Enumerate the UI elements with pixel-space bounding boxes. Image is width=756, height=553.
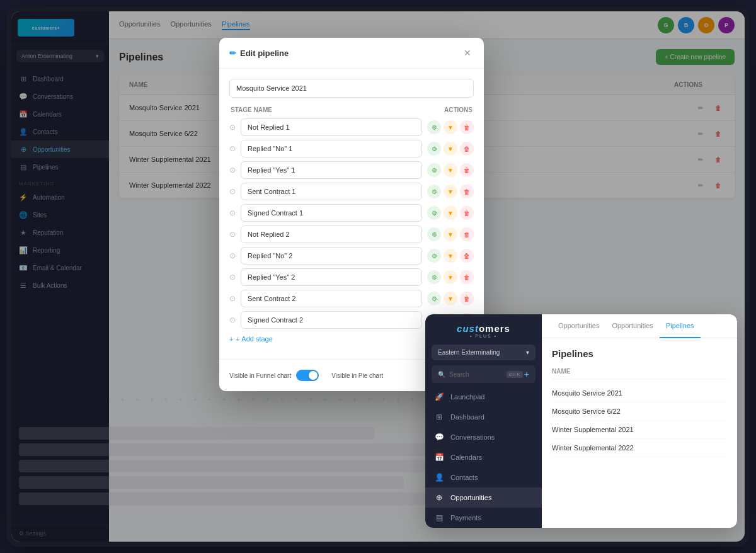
actions-col: Actions [444, 106, 472, 113]
stage-action-btn-3[interactable]: ⚙ [427, 163, 441, 177]
fg-dashboard-icon: ⊞ [434, 413, 444, 421]
stage-delete-btn-2[interactable]: 🗑 [460, 142, 474, 156]
stage-filter-btn-8[interactable]: ▼ [444, 270, 457, 284]
fg-table-row-3: Winter Supplemental 2021 [552, 421, 727, 439]
fg-panels: customers • PLUS • Eastern Exterminating… [425, 314, 737, 528]
drag-handle-3[interactable]: ⊙ [229, 166, 236, 174]
stage-delete-btn-3[interactable]: 🗑 [460, 163, 474, 177]
stage-delete-btn-6[interactable]: 🗑 [460, 227, 474, 241]
stage-action-btn-4[interactable]: ⚙ [427, 185, 441, 198]
stage-row-1: ⊙ ⚙ ▼ 🗑 [229, 118, 474, 136]
fg-account-selector[interactable]: Eastern Exterminating ▾ [432, 345, 536, 360]
stage-input-4[interactable] [241, 183, 422, 200]
stage-action-btn-7[interactable]: ⚙ [427, 249, 441, 263]
stage-input-8[interactable] [241, 268, 422, 286]
fg-tabs: Opportunities Opportunities Pipelines [542, 314, 737, 338]
stage-input-10[interactable] [241, 311, 422, 329]
stage-input-2[interactable] [241, 140, 422, 157]
stage-input-5[interactable] [241, 204, 422, 222]
drag-handle-2[interactable]: ⊙ [229, 144, 236, 153]
stage-input-6[interactable] [241, 225, 422, 243]
fg-label-conversations: Conversations [450, 433, 495, 441]
fg-sidebar-item-conversations[interactable]: 💬 Conversations [425, 427, 542, 447]
stage-action-btn-5[interactable]: ⚙ [427, 206, 441, 220]
stage-input-9[interactable] [241, 290, 422, 307]
stage-row-4: ⊙ ⚙ ▼ 🗑 [229, 183, 474, 200]
stage-input-7[interactable] [241, 247, 422, 265]
stage-actions-6: ⚙ ▼ 🗑 [427, 227, 474, 241]
stage-row-2: ⊙ ⚙ ▼ 🗑 [229, 140, 474, 157]
fg-sidebar-item-contacts[interactable]: 👤 Contacts [425, 467, 542, 487]
drag-handle-5[interactable]: ⊙ [229, 208, 236, 217]
stage-name-col: Stage name [231, 106, 272, 113]
fg-label-contacts: Contacts [450, 474, 478, 481]
stage-filter-btn-2[interactable]: ▼ [444, 142, 457, 156]
stage-input-1[interactable] [241, 118, 422, 136]
drag-handle-1[interactable]: ⊙ [229, 123, 236, 132]
stage-delete-btn-7[interactable]: 🗑 [460, 249, 474, 263]
stage-delete-btn-4[interactable]: 🗑 [460, 185, 474, 198]
stage-input-3[interactable] [241, 161, 422, 179]
fg-sidebar-panel: customers • PLUS • Eastern Exterminating… [425, 314, 542, 528]
stage-filter-btn-3[interactable]: ▼ [444, 163, 457, 177]
fg-label-dashboard: Dashboard [450, 413, 484, 421]
stage-filter-btn-1[interactable]: ▼ [444, 120, 457, 134]
fg-conversations-icon: 💬 [434, 433, 444, 442]
drag-handle-8[interactable]: ⊙ [229, 273, 236, 282]
stage-action-btn-8[interactable]: ⚙ [427, 270, 441, 284]
stage-delete-btn-1[interactable]: 🗑 [460, 120, 474, 134]
drag-handle-7[interactable]: ⊙ [229, 251, 236, 260]
modal-header: ✏ Edit pipeline ✕ [219, 38, 484, 69]
drag-handle-6[interactable]: ⊙ [229, 230, 236, 239]
fg-search-shortcut: ctrl K [507, 371, 523, 378]
stage-actions-7: ⚙ ▼ 🗑 [427, 249, 474, 263]
stage-filter-btn-6[interactable]: ▼ [444, 227, 457, 241]
fg-sidebar-item-calendars[interactable]: 📅 Calendars [425, 447, 542, 467]
outer-frame: customers+ Anton Exterminating ▾ ⊞ Dashb… [6, 6, 750, 547]
stage-filter-btn-9[interactable]: ▼ [444, 292, 457, 305]
stage-actions-9: ⚙ ▼ 🗑 [427, 292, 474, 305]
fg-tab-opportunities[interactable]: Opportunities [552, 314, 605, 338]
funnel-toggle-label: Visible in Funnel chart [229, 372, 291, 379]
stage-filter-btn-7[interactable]: ▼ [444, 249, 457, 263]
modal-close-button[interactable]: ✕ [461, 47, 474, 59]
stage-actions-8: ⚙ ▼ 🗑 [427, 270, 474, 284]
stage-action-btn-1[interactable]: ⚙ [427, 120, 441, 134]
drag-handle-10[interactable]: ⊙ [229, 316, 236, 324]
funnel-toggle-group: Visible in Funnel chart [229, 370, 319, 381]
fg-sidebar-item-opportunities[interactable]: ⊕ Opportunities [425, 487, 542, 508]
drag-handle-9[interactable]: ⊙ [229, 294, 236, 303]
stage-row-7: ⊙ ⚙ ▼ 🗑 [229, 247, 474, 265]
fg-content-panel: Opportunities Opportunities Pipelines Pi… [542, 314, 737, 528]
fg-tab-opportunities2[interactable]: Opportunities [605, 314, 659, 338]
fg-sidebar-item-payments[interactable]: ▤ Payments [425, 508, 542, 528]
stage-actions-2: ⚙ ▼ 🗑 [427, 142, 474, 156]
stage-filter-btn-5[interactable]: ▼ [444, 206, 457, 220]
fg-sidebar-item-dashboard[interactable]: ⊞ Dashboard [425, 407, 542, 427]
drag-handle-4[interactable]: ⊙ [229, 187, 236, 196]
stage-action-btn-2[interactable]: ⚙ [427, 142, 441, 156]
fg-opportunities-icon: ⊕ [434, 493, 444, 502]
stages-header: Stage name Actions [229, 106, 474, 113]
fg-table-row-1: Mosquito Service 2021 [552, 384, 727, 402]
stage-delete-btn-8[interactable]: 🗑 [460, 270, 474, 284]
fg-sidebar-item-launchpad[interactable]: 🚀 Launchpad [425, 387, 542, 407]
fg-add-icon[interactable]: + [524, 369, 529, 379]
stage-delete-btn-5[interactable]: 🗑 [460, 206, 474, 220]
pipeline-name-input[interactable] [229, 79, 474, 98]
fg-calendars-icon: 📅 [434, 453, 444, 462]
pie-toggle-group: Visible in Pie chart [331, 372, 383, 379]
modal-title: ✏ Edit pipeline [229, 48, 289, 58]
fg-payments-icon: ▤ [434, 513, 444, 522]
fg-search-bar[interactable]: 🔍 Search ctrl K + [432, 365, 536, 383]
stage-action-btn-9[interactable]: ⚙ [427, 292, 441, 305]
stage-filter-btn-4[interactable]: ▼ [444, 185, 457, 198]
fg-table-row-4: Winter Supplemental 2022 [552, 439, 727, 457]
fg-label-opportunities: Opportunities [450, 494, 491, 501]
fg-tab-pipelines[interactable]: Pipelines [660, 314, 701, 338]
stage-row-5: ⊙ ⚙ ▼ 🗑 [229, 204, 474, 222]
funnel-toggle[interactable] [296, 370, 319, 381]
stage-row-3: ⊙ ⚙ ▼ 🗑 [229, 161, 474, 179]
stage-delete-btn-9[interactable]: 🗑 [460, 292, 474, 305]
stage-action-btn-6[interactable]: ⚙ [427, 227, 441, 241]
